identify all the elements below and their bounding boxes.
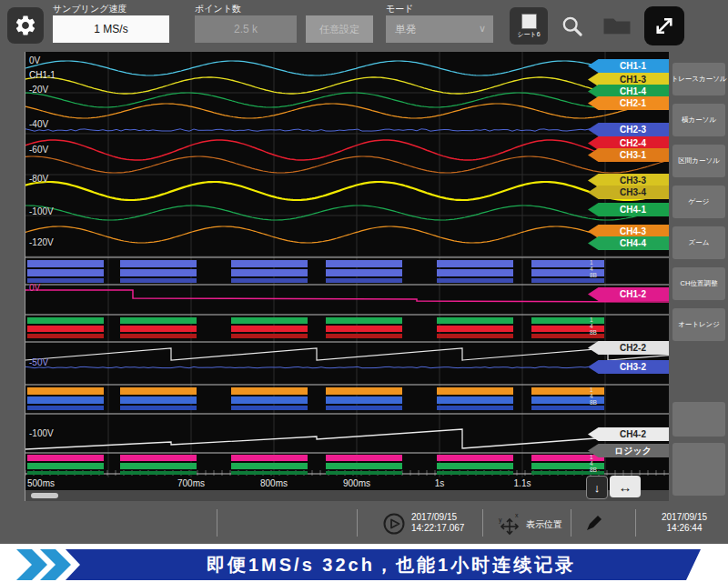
scroll-mode-button[interactable]: ↔ <box>610 476 641 497</box>
sheet-icon <box>521 14 537 29</box>
channel-tag-ch3-2[interactable]: CH3-2 <box>588 360 669 374</box>
mode-dropdown[interactable]: 単発 ∨ <box>386 15 493 43</box>
channel-tag-logic[interactable]: ロジック <box>588 444 669 457</box>
logic-group-1 <box>120 260 197 267</box>
arbitrary-setting-button[interactable]: 任意設定 <box>306 15 373 43</box>
channel-tag-ch3-1[interactable]: CH3-1 <box>588 148 669 162</box>
logic-bus-marker-line: 4 <box>590 460 597 467</box>
sidebar-button-ch-position[interactable]: CH位置調整 <box>672 267 725 300</box>
logic-group-4 <box>120 471 197 475</box>
channel-tag-ch1-2[interactable]: CH1-2 <box>588 287 669 301</box>
y-axis-label: CH1-1 <box>29 70 56 80</box>
statusbar-separator <box>571 509 571 537</box>
clock-date: 2017/09/15 <box>648 512 721 523</box>
sidebar-button-trace-cursor[interactable]: トレースカーソル <box>672 63 725 95</box>
horizontal-scrollbar[interactable] <box>25 490 669 501</box>
fullscreen-button[interactable] <box>644 6 684 45</box>
clock-time: 14:26:44 <box>648 523 721 534</box>
channel-tag-ch2-1[interactable]: CH2-1 <box>588 96 669 110</box>
sidebar-button-h-cursor[interactable]: 横カーソル <box>672 104 725 136</box>
logic-group-4 <box>27 455 104 461</box>
folder-icon <box>602 12 632 39</box>
sidebar-button-blank-1[interactable] <box>672 402 725 436</box>
waveform-display[interactable]: ↓ ↔ 0VCH1-1-20V-40V-60V-80V-100V-120V0V-… <box>25 52 669 501</box>
channel-tag-ch1-4[interactable]: CH1-4 <box>588 85 669 98</box>
logic-group-4 <box>326 463 402 469</box>
sampling-rate-value[interactable]: 1 MS/s <box>53 15 169 43</box>
channel-tag-ch2-2[interactable]: CH2-2 <box>588 341 669 355</box>
logic-group-4 <box>231 455 308 461</box>
logic-group-3 <box>531 406 604 410</box>
logic-bus-marker: 148B <box>590 386 597 406</box>
move-position-icon: x y <box>497 511 522 540</box>
x-axis-label: 900ms <box>343 478 370 488</box>
record-timestamp: 2017/09/15 14:22:17.067 <box>411 512 464 534</box>
channel-tag-ch4-3[interactable]: CH4-3 <box>588 225 669 238</box>
channel-tag-ch4-4[interactable]: CH4-4 <box>588 236 669 250</box>
sheet-button[interactable]: シート6 <box>510 7 548 45</box>
logic-group-1 <box>231 278 308 283</box>
chevron-right-icon <box>16 549 47 580</box>
sidebar-button-gauge[interactable]: ゲージ <box>672 186 725 218</box>
statusbar-separator <box>482 509 483 537</box>
logic-group-4 <box>326 471 402 475</box>
logic-group-3 <box>27 387 104 395</box>
channel-tag-ch2-4[interactable]: CH2-4 <box>588 136 669 150</box>
sidebar-button-zoom[interactable]: ズーム <box>672 226 725 259</box>
sidebar-button-interval-cursor[interactable]: 区間カーソル <box>672 145 725 177</box>
statusbar-separator <box>217 509 217 537</box>
logic-group-4 <box>231 463 308 469</box>
logic-bus-marker-line: 1 <box>590 259 597 266</box>
sidebar: トレースカーソル横カーソル区間カーソルゲージズームCH位置調整オートレンジ <box>671 52 728 502</box>
search-button[interactable] <box>555 9 590 44</box>
sidebar-button-blank-2[interactable] <box>672 443 725 496</box>
play-status-icon <box>382 512 406 539</box>
svg-text:y: y <box>499 517 502 524</box>
y-axis-label: -100V <box>29 428 54 438</box>
scrollbar-handle[interactable] <box>31 493 58 498</box>
logic-group-3 <box>437 396 513 404</box>
channel-tag-ch2-3[interactable]: CH2-3 <box>588 123 669 136</box>
logic-group-3 <box>231 396 308 404</box>
file-open-button[interactable] <box>597 11 637 40</box>
logic-group-3 <box>437 387 513 395</box>
logic-group-4 <box>437 471 513 475</box>
trace-ch1-2 <box>25 290 669 302</box>
sampling-rate-label: サンプリング速度 <box>53 3 126 15</box>
logic-group-1 <box>326 269 402 276</box>
pen-annotation-button[interactable] <box>584 513 604 537</box>
scroll-down-button[interactable]: ↓ <box>586 476 608 499</box>
channel-tag-ch4-2[interactable]: CH4-2 <box>588 427 669 441</box>
logic-group-1 <box>120 278 197 283</box>
logic-group-2 <box>326 334 402 338</box>
channel-tag-ch3-3[interactable]: CH3-3 <box>588 174 669 187</box>
logic-bus-marker: 148B <box>590 316 597 336</box>
trace-ch3-2 <box>25 366 667 367</box>
logic-group-2 <box>231 326 308 332</box>
x-axis-label: 500ms <box>27 478 55 488</box>
logic-group-3 <box>437 406 513 410</box>
logic-group-4 <box>231 471 308 475</box>
display-position-label: 表示位置 <box>526 518 562 531</box>
channel-tag-ch1-1[interactable]: CH1-1 <box>588 59 669 73</box>
logic-group-2 <box>437 326 513 332</box>
statusbar: 2017/09/15 14:22:17.067 x y 表示位置 2017/09… <box>0 502 728 544</box>
channel-tag-ch1-3[interactable]: CH1-3 <box>588 73 669 86</box>
logic-group-2 <box>231 334 308 338</box>
settings-button[interactable] <box>7 7 44 44</box>
logic-group-4 <box>326 455 402 461</box>
logic-bus-marker-line: 1 <box>590 386 597 393</box>
logic-bus-marker-line: 8B <box>590 399 597 406</box>
trace-ch2-3 <box>25 129 667 131</box>
logic-bus-marker-line: 8B <box>590 467 597 473</box>
logic-group-1 <box>120 269 197 276</box>
logic-group-2 <box>120 326 197 332</box>
pen-icon <box>584 513 604 533</box>
channel-tag-ch4-1[interactable]: CH4-1 <box>588 203 669 216</box>
channel-tag-ch3-4[interactable]: CH3-4 <box>588 186 669 199</box>
trace-ch4-1 <box>25 206 667 220</box>
sidebar-button-autorange[interactable]: オートレンジ <box>672 308 725 341</box>
logic-group-3 <box>120 406 197 410</box>
trace-ch4-2 <box>25 429 669 449</box>
promo-banner-text: 即便1MS/s 32ch，也能1小时连续记录 <box>190 553 576 577</box>
